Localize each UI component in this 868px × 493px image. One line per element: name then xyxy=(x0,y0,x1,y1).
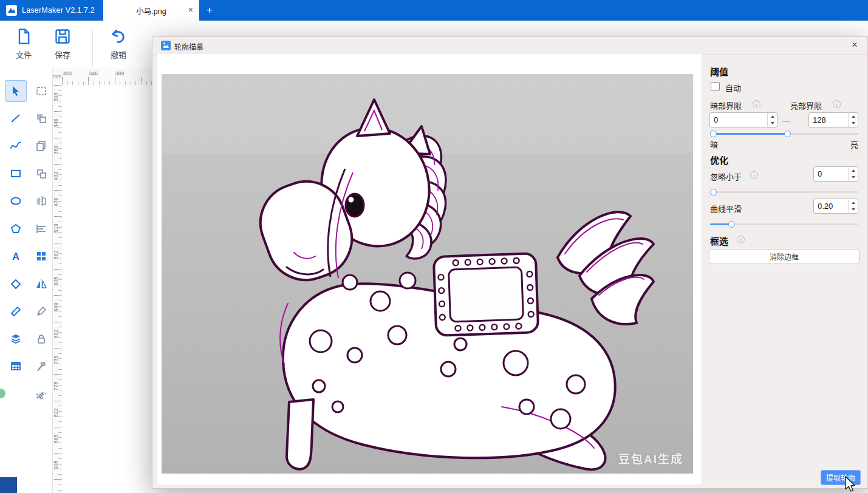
application-window: LaserMaker V2.1.7.2 小马.png × + 文件 保存 xyxy=(0,0,868,493)
marquee-select-tool[interactable] xyxy=(30,80,52,102)
box-select-info-icon[interactable] xyxy=(737,236,745,243)
dialog-titlebar[interactable]: 轮廓描摹 × xyxy=(152,37,867,55)
dark-slider-handle[interactable] xyxy=(710,131,717,137)
auto-checkbox[interactable] xyxy=(711,82,720,91)
table-icon xyxy=(10,360,22,372)
tab-close-icon[interactable]: × xyxy=(188,5,193,15)
threshold-heading: 阈值 xyxy=(710,65,728,78)
auto-label: 自动 xyxy=(725,82,741,93)
app-logo-icon xyxy=(6,5,17,16)
undo-label: 撤销 xyxy=(102,49,135,60)
app-title: LaserMaker V2.1.7.2 xyxy=(22,6,95,15)
lock-icon xyxy=(35,333,47,345)
shape-subtract-icon xyxy=(35,112,47,124)
dark-limit-info-icon[interactable] xyxy=(753,100,760,108)
ignore-label: 忽略小于 xyxy=(710,171,742,182)
ellipse-icon xyxy=(10,195,22,207)
select-arrow-icon xyxy=(10,85,22,97)
duplicate-tool[interactable] xyxy=(30,163,52,185)
ellipse-tool[interactable] xyxy=(5,190,27,212)
layers-tool[interactable] xyxy=(5,328,27,350)
dialog-title: 轮廓描摹 xyxy=(174,41,203,52)
bright-slider-handle[interactable] xyxy=(784,131,791,137)
align-icon xyxy=(35,223,47,235)
smooth-slider[interactable] xyxy=(710,220,858,228)
text-tool[interactable]: A xyxy=(5,245,27,267)
knife-tool[interactable] xyxy=(5,301,27,322)
ruler-label: 865 xyxy=(53,417,59,443)
table-tool[interactable] xyxy=(5,355,27,377)
align-tool[interactable] xyxy=(30,218,52,240)
spin-down-icon[interactable] xyxy=(849,120,858,127)
knife-icon xyxy=(10,305,22,318)
curve-icon xyxy=(10,140,22,152)
ruler-label: 735 xyxy=(53,338,59,364)
rectangle-tool[interactable] xyxy=(5,163,27,185)
mirror-icon xyxy=(35,278,47,290)
lock-tool[interactable] xyxy=(30,328,52,350)
diamond-icon xyxy=(10,278,22,290)
spin-down-icon[interactable] xyxy=(768,120,777,127)
horizontal-ruler-labels: 303346389 xyxy=(63,70,142,76)
spin-up-icon[interactable] xyxy=(849,199,858,206)
smooth-spinner[interactable] xyxy=(813,199,858,214)
smooth-label: 曲线平滑 xyxy=(710,203,742,214)
new-tab-button[interactable]: + xyxy=(203,4,216,17)
save-button[interactable]: 保存 xyxy=(46,28,79,60)
spin-down-icon[interactable] xyxy=(849,206,858,214)
pen-icon xyxy=(35,305,47,318)
ai-watermark: 豆包AI生成 xyxy=(618,450,683,466)
traced-horse-image xyxy=(162,74,693,474)
smooth-slider-handle[interactable] xyxy=(728,221,735,228)
cut-tool[interactable] xyxy=(30,382,52,404)
ruler-label: 562 xyxy=(53,233,59,259)
smooth-input[interactable] xyxy=(814,199,848,213)
mirror-tool[interactable] xyxy=(30,273,52,295)
dark-limit-input[interactable] xyxy=(710,113,767,127)
select-tool[interactable] xyxy=(5,80,27,102)
color-grid-icon xyxy=(35,250,47,262)
bright-limit-input[interactable] xyxy=(809,113,848,127)
ignore-slider-handle[interactable] xyxy=(710,189,717,195)
dark-limit-spinner[interactable] xyxy=(709,112,777,127)
ruler-label: 303 xyxy=(63,70,89,76)
document-tab[interactable]: 小马.png × xyxy=(103,0,199,21)
shape-subtract-tool[interactable] xyxy=(30,107,52,129)
hammer-tool[interactable] xyxy=(30,355,52,377)
spin-down-icon[interactable] xyxy=(849,174,858,182)
color-grid-tool[interactable] xyxy=(30,245,52,267)
toolbar-separator xyxy=(92,29,93,67)
threshold-range-slider[interactable] xyxy=(710,129,858,138)
spin-up-icon[interactable] xyxy=(849,167,858,174)
duplicate-page-tool[interactable] xyxy=(30,135,52,157)
rectangle-icon xyxy=(10,168,22,180)
ignore-input[interactable] xyxy=(814,167,848,181)
bright-limit-info-icon[interactable] xyxy=(833,100,841,108)
ignore-spinner[interactable] xyxy=(813,166,858,182)
mouse-cursor xyxy=(845,476,856,492)
line-tool[interactable] xyxy=(5,107,27,129)
undo-button[interactable]: 撤销 xyxy=(102,28,135,60)
file-button[interactable]: 文件 xyxy=(7,28,40,60)
polygon-tool[interactable] xyxy=(5,218,27,240)
cut-icon xyxy=(35,387,47,399)
contour-trace-dialog: 轮廓描摹 × xyxy=(152,36,868,489)
pen-tool[interactable] xyxy=(30,301,52,322)
dialog-close-icon[interactable]: × xyxy=(849,39,860,50)
ruler-label: 346 xyxy=(53,101,59,127)
clear-border-button[interactable]: 消除边框 xyxy=(709,249,859,264)
spin-up-icon[interactable] xyxy=(849,113,858,120)
bright-limit-label: 亮部界限 xyxy=(790,100,822,111)
spin-up-icon[interactable] xyxy=(768,113,777,120)
ruler-label: 476 xyxy=(53,180,59,206)
curve-tool[interactable] xyxy=(5,135,27,157)
bright-limit-spinner[interactable] xyxy=(808,112,858,127)
bright-end-label: 亮 xyxy=(850,138,858,150)
ignore-info-icon[interactable] xyxy=(750,171,758,179)
ignore-slider[interactable] xyxy=(710,188,858,196)
flip-horizontal-tool[interactable] xyxy=(30,190,52,212)
vertical-ruler: 3033463894324765195626056496927357788228… xyxy=(52,85,63,493)
diamond-tool[interactable] xyxy=(5,273,27,295)
svg-text:A: A xyxy=(12,251,19,262)
pages-icon xyxy=(35,140,47,152)
